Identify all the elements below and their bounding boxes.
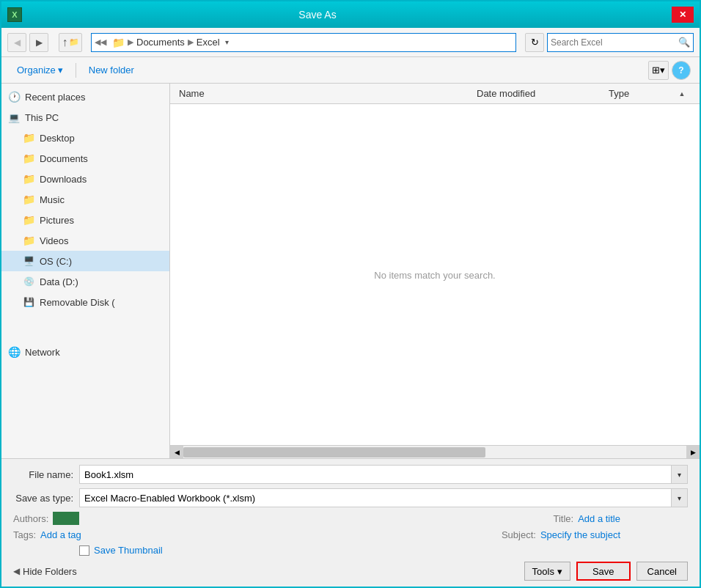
- horizontal-scrollbar[interactable]: ◀ ▶: [170, 445, 700, 458]
- view-icon: ⊞: [652, 65, 660, 76]
- h-scroll-track[interactable]: [183, 446, 686, 459]
- data-d-icon: 💿: [22, 275, 35, 288]
- sidebar-item-network[interactable]: 🌐 Network: [1, 342, 169, 362]
- search-box[interactable]: 🔍: [547, 33, 694, 52]
- breadcrumb-bar[interactable]: ◀◀ 📁 ▶ Documents ▶ Excel ▾: [91, 33, 516, 52]
- title-bar-left: X: [7, 7, 22, 22]
- hide-folders-area[interactable]: ◀ Hide Folders: [13, 566, 77, 577]
- save-type-input[interactable]: [80, 489, 671, 507]
- sidebar-item-downloads[interactable]: 📁 Downloads: [1, 169, 169, 189]
- file-area: ▲ Name Date modified Type No items match…: [170, 84, 700, 458]
- new-folder-label: New folder: [89, 65, 134, 76]
- empty-message: No items match your search.: [374, 269, 495, 280]
- sidebar-label-pictures: Pictures: [40, 215, 74, 226]
- os-c-icon: 🖥️: [22, 254, 35, 268]
- column-name[interactable]: Name: [176, 88, 474, 99]
- sidebar-item-music[interactable]: 📁 Music: [1, 189, 169, 210]
- sidebar-item-videos[interactable]: 📁 Videos: [1, 230, 169, 251]
- sidebar-label-this-pc: This PC: [25, 112, 59, 123]
- file-name-label: File name:: [13, 469, 79, 480]
- hide-folders-icon: ◀: [13, 566, 20, 576]
- help-button[interactable]: ?: [672, 61, 691, 80]
- tags-value[interactable]: Add a tag: [40, 529, 81, 540]
- up-button[interactable]: ↑ 📁: [59, 33, 82, 52]
- title-label: Title:: [553, 513, 573, 524]
- back-button[interactable]: ◀: [7, 33, 26, 52]
- dialog-title: Save As: [22, 9, 613, 21]
- h-scroll-thumb[interactable]: [183, 447, 485, 457]
- thumbnail-checkbox[interactable]: [79, 545, 89, 556]
- sidebar-label-os-c: OS (C:): [40, 256, 72, 267]
- column-date-modified[interactable]: Date modified: [474, 88, 606, 99]
- sidebar-item-removable[interactable]: 💾 Removable Disk (: [1, 292, 169, 312]
- videos-icon: 📁: [22, 234, 35, 247]
- title-bar-buttons: ✕: [672, 7, 694, 23]
- toolbar-separator: [76, 63, 76, 78]
- thumbnail-row: Save Thumbnail: [13, 545, 688, 556]
- close-button[interactable]: ✕: [672, 7, 694, 23]
- view-button[interactable]: ⊞ ▾: [648, 61, 669, 80]
- refresh-button[interactable]: ↻: [525, 33, 544, 52]
- subject-label: Subject:: [502, 529, 536, 540]
- sidebar-item-desktop[interactable]: 📁 Desktop: [1, 128, 169, 148]
- sidebar-label-recent-places: Recent places: [25, 92, 85, 103]
- sidebar-label-removable: Removable Disk (: [40, 297, 115, 308]
- organize-arrow: ▾: [58, 65, 63, 76]
- sidebar-label-data-d: Data (D:): [40, 276, 78, 287]
- hide-folders-label: Hide Folders: [23, 566, 77, 577]
- file-name-input-wrapper[interactable]: ▾: [79, 465, 688, 484]
- authors-label: Authors:: [13, 513, 48, 524]
- breadcrumb-dropdown-button[interactable]: ▾: [221, 34, 233, 51]
- sidebar-item-recent-places[interactable]: 🕐 Recent places: [1, 87, 169, 107]
- new-folder-button[interactable]: New folder: [82, 61, 141, 80]
- save-as-dialog: X Save As ✕ ◀ ▶ ↑ 📁 ◀◀ 📁 ▶ Documents ▶ E…: [0, 0, 701, 588]
- main-content: 🕐 Recent places 💻 This PC 📁 Desktop 📁 Do…: [1, 84, 700, 458]
- title-bar: X Save As ✕: [1, 1, 700, 28]
- pictures-icon: 📁: [22, 213, 35, 227]
- network-icon: 🌐: [7, 345, 21, 359]
- file-list-body[interactable]: No items match your search.: [170, 104, 700, 445]
- this-pc-icon: 💻: [7, 111, 21, 124]
- nav-arrow: ▶: [128, 37, 133, 47]
- tags-label: Tags:: [13, 529, 36, 540]
- sort-indicator[interactable]: ▲: [678, 84, 686, 104]
- organize-button[interactable]: Organize ▾: [10, 61, 70, 80]
- h-scroll-right-button[interactable]: ▶: [686, 446, 700, 459]
- save-type-input-wrapper[interactable]: ▾: [79, 488, 688, 507]
- subject-value[interactable]: Specify the subject: [540, 529, 620, 540]
- breadcrumb-excel[interactable]: Excel: [197, 37, 220, 48]
- sidebar-item-data-d[interactable]: 💿 Data (D:): [1, 271, 169, 292]
- documents-icon: 📁: [22, 152, 35, 165]
- thumbnail-label[interactable]: Save Thumbnail: [94, 545, 163, 556]
- cancel-button[interactable]: Cancel: [636, 562, 688, 581]
- search-input[interactable]: [551, 37, 678, 48]
- sidebar-item-documents[interactable]: 📁 Documents: [1, 148, 169, 169]
- organize-label: Organize: [17, 65, 56, 76]
- breadcrumb-mid-arrow: ▶: [188, 37, 194, 47]
- tools-button[interactable]: Tools ▾: [524, 562, 570, 581]
- toolbar: Organize ▾ New folder ⊞ ▾ ?: [1, 57, 700, 84]
- sidebar-item-this-pc[interactable]: 💻 This PC: [1, 107, 169, 128]
- button-row: ◀ Hide Folders Tools ▾ Save Cancel: [13, 562, 688, 581]
- sidebar: 🕐 Recent places 💻 This PC 📁 Desktop 📁 Do…: [1, 84, 169, 458]
- meta-row-2: Tags: Add a tag Subject: Specify the sub…: [13, 529, 688, 540]
- save-button[interactable]: Save: [576, 562, 631, 581]
- title-group: Title: Add a title: [553, 513, 620, 524]
- search-icon: 🔍: [678, 37, 690, 48]
- nav-bar: ◀ ▶ ↑ 📁 ◀◀ 📁 ▶ Documents ▶ Excel ▾ ↻ 🔍: [1, 28, 700, 57]
- sidebar-label-music: Music: [40, 194, 65, 205]
- desktop-icon: 📁: [22, 131, 35, 144]
- save-type-dropdown-button[interactable]: ▾: [671, 489, 687, 507]
- sidebar-item-pictures[interactable]: 📁 Pictures: [1, 210, 169, 230]
- sidebar-item-os-c[interactable]: 🖥️ OS (C:): [1, 251, 169, 271]
- bottom-area: File name: ▾ Save as type: ▾ Authors: Ti…: [1, 458, 700, 587]
- sidebar-label-downloads: Downloads: [40, 174, 87, 185]
- breadcrumb-documents[interactable]: Documents: [136, 37, 185, 48]
- h-scroll-left-button[interactable]: ◀: [170, 446, 183, 459]
- file-name-input[interactable]: [80, 466, 671, 483]
- file-name-dropdown-button[interactable]: ▾: [671, 466, 687, 483]
- title-value[interactable]: Add a title: [578, 513, 620, 524]
- recent-places-icon: 🕐: [7, 90, 21, 103]
- forward-button[interactable]: ▶: [29, 33, 48, 52]
- save-type-row: Save as type: ▾: [13, 488, 688, 507]
